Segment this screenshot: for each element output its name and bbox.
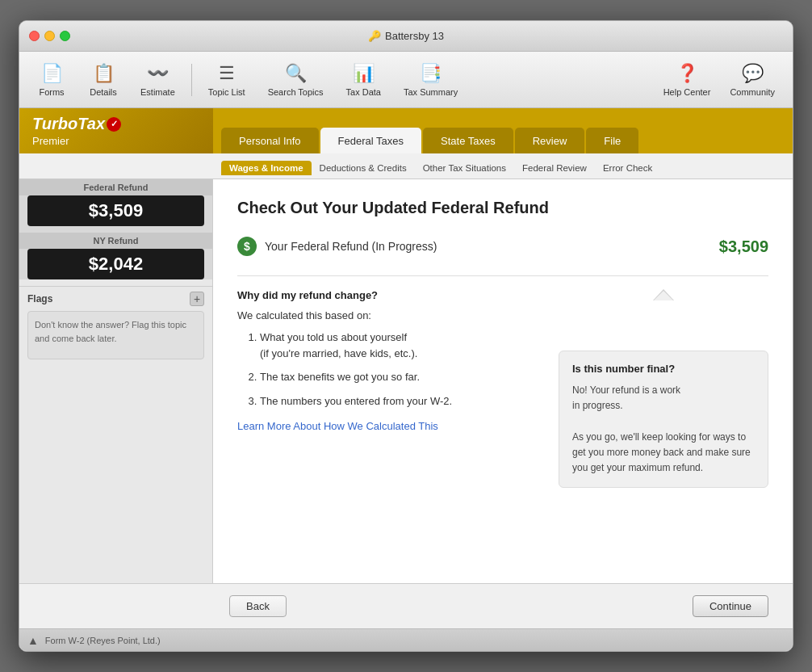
tab-state-taxes[interactable]: State Taxes <box>423 128 513 153</box>
topic-list-label: Topic List <box>208 87 245 97</box>
checkmark-icon: ✓ <box>111 119 118 129</box>
learn-more-link[interactable]: Learn More About How We Calculated This <box>237 420 438 432</box>
topic-list-icon: ☰ <box>219 63 235 84</box>
refund-summary-row: $ Your Federal Refund (In Progress) $3,5… <box>237 233 768 259</box>
svg-marker-1 <box>654 291 673 300</box>
tab-federal-taxes-label: Federal Taxes <box>338 135 404 147</box>
subtab-deductions-credits-label: Deductions & Credits <box>320 163 407 173</box>
flags-add-button[interactable]: + <box>190 292 204 306</box>
checkmark-badge: ✓ <box>107 117 121 132</box>
brand-name: TurboTax ✓ <box>32 115 200 133</box>
help-center-icon: ❓ <box>676 63 698 84</box>
back-button[interactable]: Back <box>229 595 287 617</box>
subtab-federal-review[interactable]: Federal Review <box>514 161 595 175</box>
subtab-error-check-label: Error Check <box>603 163 652 173</box>
brand-name-text: TurboTax <box>32 115 105 133</box>
subtab-error-check[interactable]: Error Check <box>595 161 660 175</box>
list-item: The numbers you entered from your W-2. <box>260 393 542 410</box>
toolbar-right: ❓ Help Center 💬 Community <box>654 58 785 102</box>
app-window: 🔑 Battersby 13 📄 Forms 📋 Details 〰️ Esti… <box>19 20 793 652</box>
list-item-2-text: The tax benefits we got you so far. <box>260 371 420 383</box>
forms-label: Forms <box>39 87 64 97</box>
callout-arrow-container <box>559 289 768 303</box>
list-item-1-subtext: (if you're married, have kids, etc.). <box>260 347 417 359</box>
community-icon: 💬 <box>742 63 764 84</box>
sidebar: Federal Refund $3,509 NY Refund $2,042 F… <box>19 179 213 583</box>
flags-header: Flags + <box>27 292 204 306</box>
toolbar: 📄 Forms 📋 Details 〰️ Estimate ☰ Topic Li… <box>19 52 793 108</box>
title-bar: 🔑 Battersby 13 <box>19 21 793 52</box>
brand-area: TurboTax ✓ Premier <box>19 108 213 153</box>
flags-text: Don't know the answer? Flag this topic a… <box>35 320 186 343</box>
refund-box: Federal Refund $3,509 NY Refund $2,042 <box>19 179 212 279</box>
tax-data-label: Tax Data <box>346 87 381 97</box>
why-list: What you told us about yourself (if you'… <box>237 330 542 409</box>
tab-file[interactable]: File <box>586 128 638 153</box>
status-bar: ▲ Form W-2 (Reyes Point, Ltd.) <box>19 628 793 651</box>
subtab-other-tax-label: Other Tax Situations <box>423 163 506 173</box>
estimate-icon: 〰️ <box>147 63 169 84</box>
tab-personal-info-label: Personal Info <box>239 135 301 147</box>
estimate-button[interactable]: 〰️ Estimate <box>131 58 185 102</box>
callout-box: Is this number final? No! Your refund is… <box>559 351 768 488</box>
subtab-wages-income[interactable]: Wages & Income <box>221 161 312 175</box>
forms-button[interactable]: 📄 Forms <box>27 58 76 102</box>
tax-summary-icon: 📑 <box>420 63 442 84</box>
ny-refund-label: NY Refund <box>19 233 212 249</box>
maximize-button[interactable] <box>60 31 70 41</box>
tab-federal-taxes[interactable]: Federal Taxes <box>320 128 421 153</box>
tax-summary-label: Tax Summary <box>404 87 458 97</box>
search-topics-label: Search Topics <box>268 87 324 97</box>
content-wrapper: Federal Refund $3,509 NY Refund $2,042 F… <box>19 179 793 583</box>
toolbar-group-left: 📄 Forms 📋 Details 〰️ Estimate <box>27 58 185 102</box>
search-topics-icon: 🔍 <box>285 63 307 84</box>
tab-personal-info[interactable]: Personal Info <box>221 128 319 153</box>
callout-title: Is this number final? <box>572 363 755 375</box>
federal-refund-label: Federal Refund <box>19 179 212 195</box>
callout-container: Is this number final? No! Your refund is… <box>559 289 768 488</box>
flags-title: Flags <box>27 293 52 304</box>
tab-review[interactable]: Review <box>515 128 585 153</box>
tax-data-button[interactable]: 📊 Tax Data <box>337 58 391 102</box>
title-icon: 🔑 <box>368 30 381 42</box>
list-item: What you told us about yourself (if you'… <box>260 330 542 361</box>
subtab-deductions-credits[interactable]: Deductions & Credits <box>312 161 415 175</box>
subtab-federal-review-label: Federal Review <box>522 163 587 173</box>
status-icon: ▲ <box>27 634 39 647</box>
tab-state-taxes-label: State Taxes <box>441 135 496 147</box>
header-row1: TurboTax ✓ Premier Personal Info Federal… <box>19 108 793 153</box>
callout-text: No! Your refund is a workin progress. As… <box>572 383 755 476</box>
subtab-wages-income-label: Wages & Income <box>229 163 303 173</box>
continue-button[interactable]: Continue <box>693 595 768 617</box>
community-label: Community <box>730 87 775 97</box>
details-button[interactable]: 📋 Details <box>79 58 128 102</box>
estimate-label: Estimate <box>140 87 175 97</box>
tab-file-label: File <box>604 135 621 147</box>
refund-summary-amount: $3,509 <box>719 237 768 256</box>
main-tabs-area: Personal Info Federal Taxes State Taxes … <box>213 108 793 153</box>
ny-refund-amount: $2,042 <box>27 249 204 279</box>
tax-data-icon: 📊 <box>353 63 375 84</box>
close-button[interactable] <box>29 31 40 41</box>
why-title: Why did my refund change? <box>237 289 542 301</box>
toolbar-separator-1 <box>191 64 192 96</box>
page-title: Check Out Your Updated Federal Refund <box>237 199 768 217</box>
bottom-bar: Back Continue <box>19 583 793 628</box>
topic-list-button[interactable]: ☰ Topic List <box>199 58 255 102</box>
callout-text-line1: No! Your refund is a workin progress. <box>572 384 680 411</box>
traffic-lights <box>29 31 70 41</box>
forms-icon: 📄 <box>41 63 63 84</box>
search-topics-button[interactable]: 🔍 Search Topics <box>258 58 333 102</box>
window-title: 🔑 Battersby 13 <box>368 30 444 42</box>
help-center-button[interactable]: ❓ Help Center <box>654 58 721 102</box>
refund-summary-label: Your Federal Refund (In Progress) <box>265 240 437 253</box>
list-item: The tax benefits we got you so far. <box>260 369 542 385</box>
subtab-other-tax[interactable]: Other Tax Situations <box>415 161 514 175</box>
tax-summary-button[interactable]: 📑 Tax Summary <box>394 58 467 102</box>
community-button[interactable]: 💬 Community <box>720 58 785 102</box>
help-center-label: Help Center <box>663 87 711 97</box>
status-text: Form W-2 (Reyes Point, Ltd.) <box>45 636 161 645</box>
refund-summary-left: $ Your Federal Refund (In Progress) <box>237 237 437 256</box>
minimize-button[interactable] <box>44 31 55 41</box>
divider <box>237 275 768 276</box>
